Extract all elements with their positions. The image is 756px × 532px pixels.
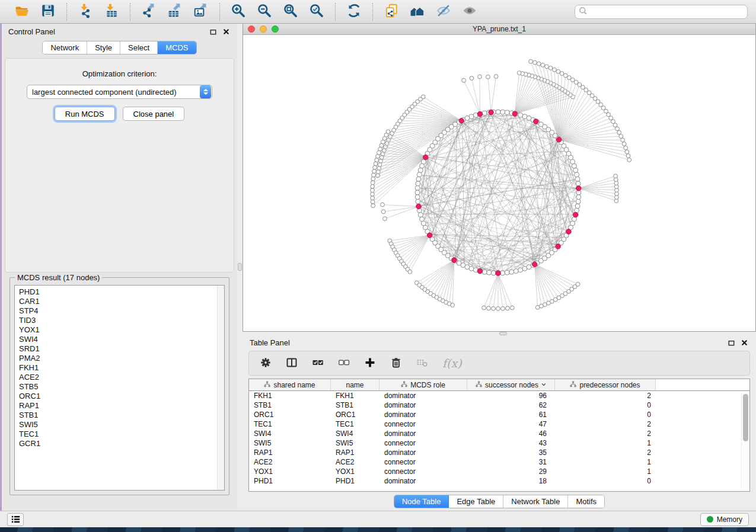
result-item[interactable]: ORC1 [19,392,217,401]
table-cell: 0 [555,476,656,486]
sort-menu-icon[interactable] [541,381,546,389]
export-network-button[interactable] [138,2,160,21]
mcds-result-groupbox: MCDS result (17 nodes) PHD1CAR1STP4TID3Y… [9,277,229,495]
result-item[interactable]: RAP1 [19,401,217,411]
folder-open-button[interactable] [11,2,33,21]
vertical-splitter[interactable] [237,24,243,511]
control-panel-tabs: NetworkStyleSelectMCDS [42,41,196,55]
export-table-icon [167,3,183,20]
result-item[interactable]: PHD1 [19,287,217,297]
table-row[interactable]: SWI4SWI4dominator462 [249,429,749,438]
result-item[interactable]: TEC1 [19,430,217,439]
table-row[interactable]: ACE2ACE2connector311 [249,457,749,467]
float-panel-icon[interactable] [726,338,736,347]
result-item[interactable]: TID3 [19,316,217,325]
table-row[interactable]: FKH1FKH1dominator962 [249,391,749,400]
result-item[interactable]: SRD1 [19,344,217,354]
network-canvas[interactable] [243,35,755,331]
delete-table-icon [416,357,428,370]
search-box[interactable] [575,5,748,19]
result-item[interactable]: SWI5 [19,420,217,430]
table-cell: 61 [467,410,555,419]
search-input[interactable] [589,8,744,16]
hide-selected-button[interactable] [432,2,455,21]
column-header-name[interactable]: name [331,379,379,390]
zoom-in-button[interactable] [227,2,250,21]
table-row[interactable]: RAP1RAP1dominator352 [249,448,749,457]
column-settings-button[interactable] [260,357,272,370]
zoom-selected-icon [309,3,324,20]
column-header-predecessor-nodes[interactable]: predecessor nodes [555,379,656,390]
show-all-button[interactable] [458,2,481,21]
table-row[interactable]: SWI5SWI5connector431 [249,438,749,448]
result-item[interactable]: GCR1 [19,439,217,448]
zoom-selected-button[interactable] [305,2,328,21]
table-tab-edge-table[interactable]: Edge Table [449,495,503,508]
criterion-dropdown[interactable]: largest connected component (undirected) [27,85,212,99]
float-panel-icon[interactable] [208,27,218,36]
close-panel-icon[interactable] [739,338,749,347]
export-image-button[interactable] [190,2,212,21]
result-item[interactable]: FKH1 [19,363,217,373]
table-row[interactable]: PHD1PHD1dominator180 [249,476,749,486]
table-scrollbar[interactable] [741,392,749,490]
scrollbar-thumb[interactable] [743,394,748,441]
network-window-titlebar[interactable]: YPA_prune.txt_1 [243,24,755,35]
table-cell: 1 [555,467,656,476]
result-item[interactable]: STB5 [19,382,217,392]
refresh-button[interactable] [343,2,365,21]
memory-button[interactable]: Memory [700,513,749,526]
add-column-button[interactable] [364,357,376,370]
tab-network[interactable]: Network [43,41,87,54]
save-button[interactable] [37,2,59,21]
zoom-out-button[interactable] [253,2,276,21]
column-header-successor-nodes[interactable]: successor nodes [467,379,555,390]
result-item[interactable]: YOX1 [19,325,217,335]
home-button[interactable] [406,2,429,21]
result-item[interactable]: PMA2 [19,354,217,363]
export-table-button[interactable] [164,2,186,21]
result-item[interactable]: STP4 [19,306,217,316]
delete-table-button [416,357,428,370]
result-item[interactable]: ACE2 [19,373,217,382]
table-body: FKH1FKH1dominator962STB1STB1dominator620… [249,391,749,486]
table-row[interactable]: STB1STB1dominator620 [249,400,749,410]
select-all-rows-button[interactable] [312,357,324,370]
result-item[interactable]: SWI4 [19,335,217,344]
deselect-all-rows-button[interactable] [338,357,350,370]
close-panel-icon[interactable] [221,27,231,36]
table-tab-motifs[interactable]: Motifs [568,495,604,508]
duplicate-network-button[interactable] [380,2,403,21]
table-cell: RAP1 [331,448,379,457]
splitter-grip[interactable] [499,332,507,335]
column-header-shared-name[interactable]: shared name [249,379,331,390]
column-header-mcds-role[interactable]: MCDS role [379,379,467,390]
result-item[interactable]: CAR1 [19,297,217,306]
run-mcds-button[interactable]: Run MCDS [55,107,115,121]
result-list-scrollbar[interactable] [217,286,224,490]
close-panel-button[interactable]: Close panel [123,107,185,121]
tab-mcds[interactable]: MCDS [158,41,196,54]
splitter-grip[interactable] [238,263,242,271]
horizontal-splitter[interactable] [243,332,756,335]
delete-column-button[interactable] [390,357,402,370]
network-graph[interactable] [243,35,754,331]
import-table-button[interactable] [100,2,123,21]
tab-select[interactable]: Select [120,41,158,54]
import-network-button[interactable] [74,2,97,21]
main-toolbar [0,0,756,24]
zoom-fit-button[interactable] [279,2,302,21]
table-tab-network-table[interactable]: Network Table [503,495,568,508]
mcds-result-list[interactable]: PHD1CAR1STP4TID3YOX1SWI4SRD1PMA2FKH1ACE2… [15,286,217,490]
table-cell: connector [379,419,467,429]
table-row[interactable]: ORC1ORC1dominator610 [249,410,749,419]
table-tab-node-table[interactable]: Node Table [394,495,449,508]
result-item[interactable]: STB1 [19,411,217,420]
table-row[interactable]: YOX1YOX1connector291 [249,467,749,476]
task-history-button[interactable] [7,513,24,526]
split-panel-button[interactable] [286,357,298,370]
tab-style[interactable]: Style [87,41,120,54]
refresh-icon [346,3,362,20]
table-row[interactable]: TEC1TEC1connector472 [249,419,749,429]
toolbar-separator [66,3,67,21]
